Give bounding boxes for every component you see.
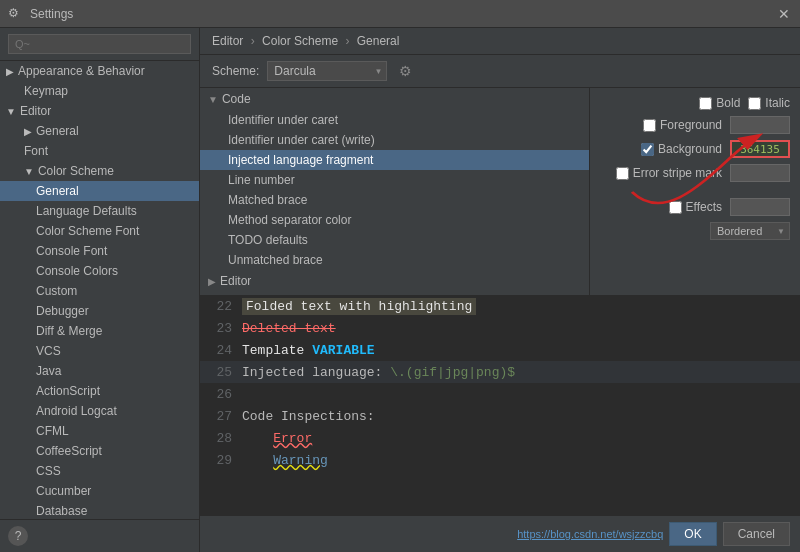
- preview-panel: 22 Folded text with highlighting 23 Dele…: [200, 295, 800, 515]
- sidebar-item-font[interactable]: Font: [0, 141, 199, 161]
- sidebar-item-cs-font[interactable]: Color Scheme Font: [0, 221, 199, 241]
- sidebar-item-label: CSS: [36, 464, 61, 478]
- sidebar-item-cucumber[interactable]: Cucumber: [0, 481, 199, 501]
- sidebar-item-debugger[interactable]: Debugger: [0, 301, 199, 321]
- sidebar-item-label: Android Logcat: [36, 404, 117, 418]
- sidebar-item-css[interactable]: CSS: [0, 461, 199, 481]
- background-label: Background: [658, 142, 722, 156]
- effects-checkbox[interactable]: [669, 201, 682, 214]
- tree-item-identifier-under-caret-write[interactable]: Identifier under caret (write): [200, 130, 589, 150]
- breadcrumb-color-scheme: Color Scheme: [262, 34, 338, 48]
- tree-item-todo-defaults[interactable]: TODO defaults: [200, 230, 589, 250]
- sidebar-item-editor[interactable]: ▼ Editor: [0, 101, 199, 121]
- sidebar-item-console-colors[interactable]: Console Colors: [0, 261, 199, 281]
- sidebar-item-label: Console Font: [36, 244, 107, 258]
- tree-section-code[interactable]: ▼ Code: [200, 88, 589, 110]
- sidebar-item-actionscript[interactable]: ActionScript: [0, 381, 199, 401]
- chevron-icon: ▶: [208, 276, 216, 287]
- line-content: Error: [242, 431, 796, 446]
- breadcrumb-editor: Editor: [212, 34, 243, 48]
- blog-link[interactable]: https://blog.csdn.net/wsjzzcbq: [517, 528, 663, 540]
- sidebar-item-color-scheme[interactable]: ▼ Color Scheme: [0, 161, 199, 181]
- sidebar-item-label: Debugger: [36, 304, 89, 318]
- scheme-select[interactable]: Darcula: [267, 61, 387, 81]
- preview-line-22: 22 Folded text with highlighting: [200, 295, 800, 317]
- line-content: Code Inspections:: [242, 409, 796, 424]
- error-stripe-checkbox[interactable]: [616, 167, 629, 180]
- close-button[interactable]: ✕: [776, 6, 792, 22]
- tree-item-injected-language-fragment[interactable]: Injected language fragment: [200, 150, 589, 170]
- sidebar-item-label: ActionScript: [36, 384, 100, 398]
- italic-label: Italic: [765, 96, 790, 110]
- sidebar-item-label: VCS: [36, 344, 61, 358]
- effects-row: Effects: [600, 198, 790, 216]
- sidebar-item-label: Font: [24, 144, 48, 158]
- preview-line-23: 23 Deleted text: [200, 317, 800, 339]
- sidebar-item-java[interactable]: Java: [0, 361, 199, 381]
- tree-item-matched-brace[interactable]: Matched brace: [200, 190, 589, 210]
- error-stripe-color-box[interactable]: [730, 164, 790, 182]
- effects-color-box[interactable]: [730, 198, 790, 216]
- help-button[interactable]: ?: [8, 526, 28, 546]
- tree-section-label: Editor: [220, 274, 251, 288]
- line-content: Deleted text: [242, 321, 796, 336]
- sidebar-item-database[interactable]: Database: [0, 501, 199, 519]
- bold-checkbox[interactable]: [699, 97, 712, 110]
- background-color-value[interactable]: 364135: [730, 140, 790, 158]
- foreground-label: Foreground: [660, 118, 722, 132]
- background-checkbox[interactable]: [641, 143, 654, 156]
- template-var: VARIABLE: [312, 343, 374, 358]
- sidebar-footer: ?: [0, 519, 199, 552]
- sidebar-item-diff-merge[interactable]: Diff & Merge: [0, 321, 199, 341]
- bold-label: Bold: [716, 96, 740, 110]
- foreground-checkbox[interactable]: [643, 119, 656, 132]
- bold-checkbox-label[interactable]: Bold: [699, 96, 740, 110]
- gear-button[interactable]: ⚙: [395, 61, 416, 81]
- background-row: Background 364135: [600, 140, 790, 158]
- sidebar-item-label: General: [36, 184, 79, 198]
- sidebar-item-android-logcat[interactable]: Android Logcat: [0, 401, 199, 421]
- tree-item-unmatched-brace[interactable]: Unmatched brace: [200, 250, 589, 270]
- sidebar-item-cfml[interactable]: CFML: [0, 421, 199, 441]
- line-number: 28: [204, 431, 232, 446]
- sidebar-item-general[interactable]: ▶ General: [0, 121, 199, 141]
- chevron-icon: ▶: [24, 126, 32, 137]
- italic-checkbox[interactable]: [748, 97, 761, 110]
- title-bar: ⚙ Settings ✕: [0, 0, 800, 28]
- props-separator: [600, 188, 790, 192]
- cancel-button[interactable]: Cancel: [723, 522, 790, 546]
- search-input[interactable]: [8, 34, 191, 54]
- scheme-label: Scheme:: [212, 64, 259, 78]
- scheme-row: Scheme: Darcula ⚙: [200, 55, 800, 88]
- sidebar-item-coffeescript[interactable]: CoffeeScript: [0, 441, 199, 461]
- sidebar-item-appearance[interactable]: ▶ Appearance & Behavior: [0, 61, 199, 81]
- sidebar-item-language-defaults[interactable]: Language Defaults: [0, 201, 199, 221]
- error-stripe-checkbox-label[interactable]: Error stripe mark: [616, 166, 722, 180]
- sidebar-item-keymap[interactable]: Keymap: [0, 81, 199, 101]
- tree-item-identifier-under-caret[interactable]: Identifier under caret: [200, 110, 589, 130]
- sidebar-item-label: Cucumber: [36, 484, 91, 498]
- foreground-color-box[interactable]: [730, 116, 790, 134]
- effects-select[interactable]: Bordered: [710, 222, 790, 240]
- sidebar-item-label: Keymap: [24, 84, 68, 98]
- effects-checkbox-label[interactable]: Effects: [669, 200, 722, 214]
- tree-item-line-number[interactable]: Line number: [200, 170, 589, 190]
- foreground-row: Foreground: [600, 116, 790, 134]
- sidebar-item-label: Color Scheme Font: [36, 224, 139, 238]
- chevron-icon: ▶: [6, 66, 14, 77]
- preview-line-28: 28 Error: [200, 427, 800, 449]
- effects-dropdown-row: Bordered: [600, 222, 790, 240]
- sidebar-item-vcs[interactable]: VCS: [0, 341, 199, 361]
- tree-section-editor[interactable]: ▶ Editor: [200, 270, 589, 292]
- foreground-checkbox-label[interactable]: Foreground: [643, 118, 722, 132]
- sidebar-item-custom[interactable]: Custom: [0, 281, 199, 301]
- bold-italic-row: Bold Italic: [600, 96, 790, 110]
- sidebar-item-cs-general[interactable]: General: [0, 181, 199, 201]
- background-checkbox-label[interactable]: Background: [641, 142, 722, 156]
- line-content: Folded text with highlighting: [242, 299, 796, 314]
- tree-item-method-separator-color[interactable]: Method separator color: [200, 210, 589, 230]
- chevron-icon: ▼: [208, 94, 218, 105]
- sidebar-item-console-font[interactable]: Console Font: [0, 241, 199, 261]
- italic-checkbox-label[interactable]: Italic: [748, 96, 790, 110]
- ok-button[interactable]: OK: [669, 522, 716, 546]
